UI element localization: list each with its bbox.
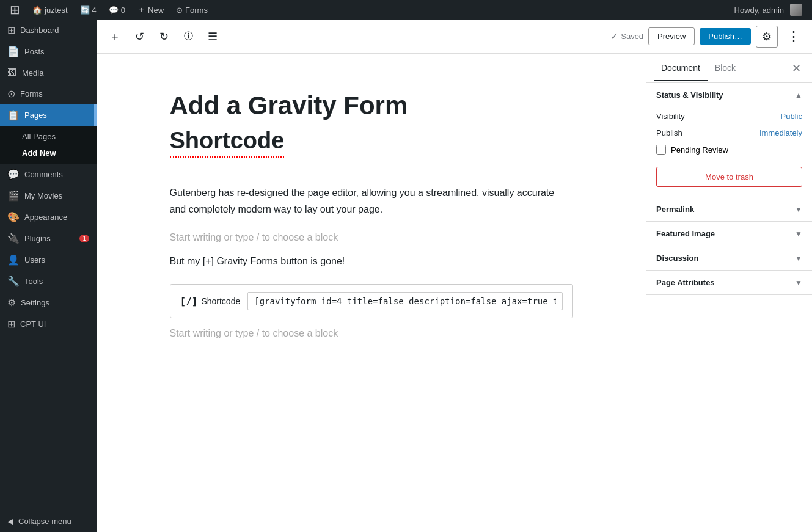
undo-icon: ↺: [135, 30, 144, 43]
sidebar-item-dashboard[interactable]: ⊞ Dashboard: [0, 20, 97, 41]
tab-block[interactable]: Block: [708, 56, 743, 81]
publish-label: Publish…: [708, 32, 742, 41]
sidebar-label-media: Media: [22, 68, 43, 78]
sidebar-item-forms[interactable]: ⊙ Forms: [0, 83, 97, 104]
updates-count: 4: [92, 5, 97, 15]
add-block-icon: ＋: [109, 29, 120, 44]
move-to-trash-button[interactable]: Move to trash: [656, 167, 802, 187]
forms-link[interactable]: ⊙ Forms: [171, 0, 213, 20]
chevron-down-discussion-icon: ▼: [795, 254, 802, 263]
status-visibility-label: Status & Visibility: [656, 90, 723, 100]
publish-button[interactable]: Publish…: [700, 28, 751, 45]
more-options-button[interactable]: ⋮: [783, 26, 805, 48]
sidebar-label-dashboard: Dashboard: [20, 26, 59, 35]
sidebar-item-tools[interactable]: 🔧 Tools: [0, 271, 97, 292]
sidebar-label-appearance: Appearance: [24, 213, 67, 222]
page-title[interactable]: Add a Gravity Form: [170, 90, 573, 121]
permalink-label: Permalink: [656, 205, 694, 214]
featured-image-header[interactable]: Featured Image ▼: [646, 222, 812, 246]
chevron-down-attributes-icon: ▼: [795, 279, 802, 287]
plugins-badge: 1: [79, 235, 89, 242]
wp-logo-link[interactable]: ⊞: [5, 0, 25, 20]
collapse-label: Collapse menu: [18, 517, 71, 526]
forms-icon: ⊙: [176, 5, 183, 15]
shortcode-block: [/] Shortcode: [170, 284, 573, 318]
info-button[interactable]: ⓘ: [177, 26, 199, 48]
publish-value[interactable]: Immediately: [759, 128, 802, 137]
sidebar-item-comments[interactable]: 💬 Comments: [0, 164, 97, 185]
editor-area: ＋ ↺ ↻ ⓘ ☰ ✓ Saved Preview: [97, 20, 812, 532]
sidebar-label-settings: Settings: [21, 298, 49, 307]
panel-tabs: Document Block ✕: [646, 54, 812, 83]
collapse-menu-button[interactable]: ◀ Collapse menu: [0, 511, 97, 532]
wp-logo-icon: ⊞: [10, 2, 20, 17]
sidebar-item-settings[interactable]: ⚙ Settings: [0, 292, 97, 313]
publish-label: Publish: [656, 128, 682, 137]
list-view-button[interactable]: ☰: [202, 26, 224, 48]
plugins-icon: 🔌: [7, 233, 20, 244]
sidebar-item-posts[interactable]: 📄 Posts: [0, 41, 97, 62]
placeholder-block-2[interactable]: Start writing or type / to choose a bloc…: [170, 328, 573, 339]
collapse-icon: ◀: [7, 517, 13, 526]
sidebar-item-users[interactable]: 👤 Users: [0, 249, 97, 271]
tab-document[interactable]: Document: [654, 56, 708, 81]
new-content-link[interactable]: ＋ New: [133, 0, 169, 20]
pending-review-label: Pending Review: [671, 145, 728, 155]
right-panel: Document Block ✕ Status & Visibility ▲: [646, 54, 812, 532]
chevron-down-featured-icon: ▼: [795, 230, 802, 238]
sidebar-label-my-movies: My Movies: [24, 191, 62, 200]
sidebar-label-tools: Tools: [24, 277, 43, 286]
sidebar-label-users: Users: [24, 255, 45, 264]
placeholder-block-1[interactable]: Start writing or type / to choose a bloc…: [170, 232, 573, 243]
discussion-header[interactable]: Discussion ▼: [646, 246, 812, 270]
panel-close-button[interactable]: ✕: [788, 60, 805, 77]
comments-link[interactable]: 💬 0: [104, 0, 130, 20]
preview-button[interactable]: Preview: [648, 27, 695, 45]
pending-review-checkbox[interactable]: [656, 145, 666, 155]
document-tab-label: Document: [661, 63, 700, 73]
howdy-link[interactable]: Howdy, admin: [730, 4, 807, 16]
sidebar-item-plugins[interactable]: 🔌 Plugins 1: [0, 228, 97, 249]
page-body-1[interactable]: Gutenberg has re-designed the page edito…: [170, 184, 573, 217]
sidebar-item-all-pages[interactable]: All Pages: [0, 128, 97, 145]
shortcode-brackets-icon: [/]: [180, 296, 198, 307]
my-movies-icon: 🎬: [7, 190, 20, 202]
admin-bar: ⊞ 🏠 juztest 🔄 4 💬 0 ＋ New ⊙ Forms Howdy,…: [0, 0, 812, 20]
redo-button[interactable]: ↻: [153, 26, 175, 48]
more-icon: ⋮: [787, 29, 800, 45]
sidebar-item-pages[interactable]: 📋 Pages: [0, 104, 97, 126]
page-subtitle[interactable]: Shortcode: [170, 126, 285, 157]
sidebar-label-plugins: Plugins: [24, 234, 51, 243]
permalink-header[interactable]: Permalink ▼: [646, 197, 812, 221]
site-name: juztest: [45, 5, 68, 15]
tools-icon: 🔧: [7, 275, 20, 287]
pages-icon: 📋: [7, 109, 20, 121]
chevron-down-permalink-icon: ▼: [795, 205, 802, 214]
status-visibility-header[interactable]: Status & Visibility ▲: [646, 83, 812, 107]
sidebar-item-my-movies[interactable]: 🎬 My Movies: [0, 185, 97, 206]
visibility-value[interactable]: Public: [781, 112, 802, 121]
sidebar-item-cpt-ui[interactable]: ⊞ CPT UI: [0, 313, 97, 335]
new-label: New: [148, 5, 164, 15]
forms-label: Forms: [185, 5, 208, 15]
visibility-label: Visibility: [656, 112, 685, 121]
undo-button[interactable]: ↺: [128, 26, 150, 48]
sidebar-label-posts: Posts: [24, 47, 45, 56]
site-name-link[interactable]: 🏠 juztest: [27, 0, 73, 20]
page-attributes-header[interactable]: Page Attributes ▼: [646, 271, 812, 294]
close-icon: ✕: [792, 62, 801, 75]
settings-gear-button[interactable]: ⚙: [756, 26, 778, 48]
pending-review-row: Pending Review: [656, 145, 802, 155]
sidebar-item-add-new[interactable]: Add New: [0, 145, 97, 161]
comments-sidebar-icon: 💬: [7, 169, 20, 180]
sidebar-item-media[interactable]: 🖼 Media: [0, 62, 97, 83]
featured-image-label: Featured Image: [656, 229, 715, 238]
add-block-button[interactable]: ＋: [104, 26, 126, 48]
sidebar-item-appearance[interactable]: 🎨 Appearance: [0, 206, 97, 228]
status-visibility-section: Status & Visibility ▲ Visibility Public …: [646, 83, 812, 197]
discussion-label: Discussion: [656, 253, 698, 263]
editor-content[interactable]: Add a Gravity Form Shortcode Gutenberg h…: [97, 54, 646, 532]
updates-link[interactable]: 🔄 4: [75, 0, 101, 20]
shortcode-input[interactable]: [247, 292, 562, 310]
page-body-2[interactable]: But my [+] Gravity Forms button is gone!: [170, 253, 573, 269]
